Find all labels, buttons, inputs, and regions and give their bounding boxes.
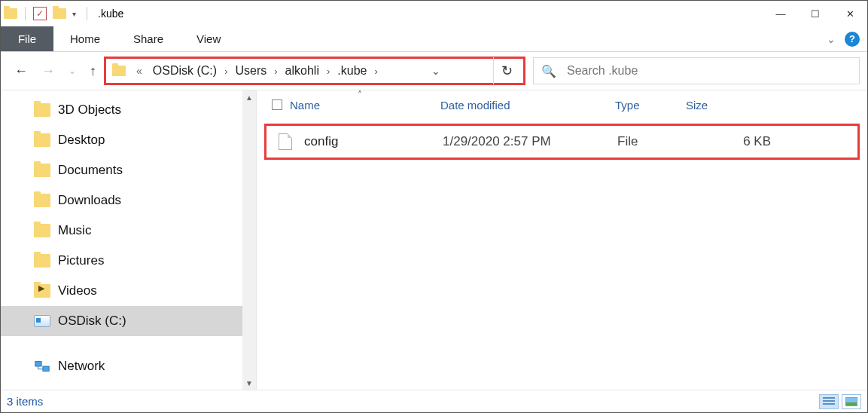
explorer-window: ✓ ▾ .kube — ☐ ✕ File Home Share View ⌄ ?…	[0, 0, 868, 413]
explorer-body: 3D Objects Desktop Documents Downloads M…	[1, 90, 867, 390]
select-all-checkbox[interactable]	[264, 99, 290, 110]
file-list-pane: ˄ Name Date modified Type Size config 1/…	[257, 90, 867, 390]
breadcrumb-segment[interactable]: Users	[232, 64, 270, 78]
search-box[interactable]: 🔍	[533, 57, 860, 84]
sidebar-item-label: Desktop	[58, 133, 105, 148]
help-icon[interactable]: ?	[845, 32, 860, 47]
ribbon-tabs: File Home Share View ⌄ ?	[1, 26, 867, 52]
folder-icon	[34, 133, 50, 147]
svg-rect-1	[43, 366, 49, 371]
up-button[interactable]: ↑	[90, 63, 96, 79]
sidebar-item-label: 3D Objects	[58, 102, 121, 118]
sidebar-item-network[interactable]: Network	[1, 351, 256, 381]
qat-dropdown-icon[interactable]: ▾	[69, 10, 79, 18]
sidebar-item-osdisk[interactable]: OSDisk (C:)	[1, 306, 256, 336]
sidebar-item-3d-objects[interactable]: 3D Objects	[1, 95, 256, 125]
separator	[87, 7, 87, 20]
close-button[interactable]: ✕	[833, 2, 867, 26]
ribbon-right: ⌄ ?	[827, 26, 867, 51]
status-bar: 3 items	[1, 390, 867, 412]
file-type: File	[617, 134, 688, 149]
sidebar-item-music[interactable]: Music	[1, 216, 256, 246]
file-type-icon	[266, 133, 304, 150]
recent-locations-icon[interactable]: ⌄	[69, 66, 76, 76]
folder-icon	[53, 8, 66, 19]
sidebar-item-label: Network	[58, 359, 105, 374]
folder-icon	[34, 224, 50, 237]
folder-icon	[34, 103, 50, 117]
column-date[interactable]: Date modified	[440, 99, 615, 112]
address-dropdown-icon[interactable]: ⌄	[425, 65, 446, 77]
column-label: Name	[290, 99, 320, 112]
file-name: config	[304, 134, 443, 149]
quick-access-toolbar: ✓ ▾	[4, 7, 92, 20]
network-icon	[34, 359, 50, 373]
sidebar-item-desktop[interactable]: Desktop	[1, 125, 256, 155]
file-date: 1/29/2020 2:57 PM	[443, 134, 617, 149]
sidebar-item-videos[interactable]: Videos	[1, 276, 256, 306]
disk-icon	[34, 315, 50, 327]
sidebar-scrollbar[interactable]: ▲ ▼	[242, 90, 256, 390]
file-size: 6 KB	[688, 134, 801, 149]
details-view-button[interactable]	[819, 394, 839, 409]
address-bar[interactable]: « OSDisk (C:) › Users › alkohli › .kube …	[104, 57, 525, 85]
chevron-right-icon[interactable]: ›	[273, 66, 279, 77]
separator	[25, 7, 26, 20]
folder-icon	[4, 8, 17, 19]
sidebar-item-label: Videos	[58, 283, 97, 298]
breadcrumb-segment[interactable]: OSDisk (C:)	[150, 64, 220, 78]
chevron-right-icon[interactable]: ›	[223, 66, 229, 77]
view-toggles	[819, 394, 861, 409]
item-count: 3 items	[7, 395, 43, 408]
ribbon-collapse-icon[interactable]: ⌄	[827, 33, 836, 45]
forward-button[interactable]: →	[41, 63, 55, 79]
breadcrumb-segment[interactable]: alkohli	[282, 64, 322, 78]
file-tab[interactable]: File	[1, 26, 53, 51]
navigation-row: ← → ⌄ ↑ « OSDisk (C:) › Users › alkohli …	[1, 52, 867, 90]
column-label: Type	[615, 99, 640, 112]
column-label: Size	[686, 99, 708, 112]
separator	[1, 336, 256, 351]
minimize-button[interactable]: —	[763, 2, 798, 26]
back-button[interactable]: ←	[14, 63, 28, 79]
refresh-button[interactable]: ↻	[493, 57, 520, 84]
sidebar-item-pictures[interactable]: Pictures	[1, 246, 256, 276]
folder-icon	[34, 254, 50, 268]
videos-icon	[34, 284, 50, 298]
column-label: Date modified	[440, 99, 510, 112]
history-buttons: ← → ⌄ ↑	[8, 63, 96, 79]
title-bar: ✓ ▾ .kube — ☐ ✕	[1, 1, 867, 26]
sidebar-item-label: OSDisk (C:)	[58, 314, 126, 329]
sort-indicator-icon: ˄	[358, 90, 362, 100]
scroll-up-icon[interactable]: ▲	[242, 90, 256, 104]
tab-share[interactable]: Share	[117, 26, 180, 51]
chevron-right-icon[interactable]: ›	[325, 66, 331, 77]
overflow-indicator: «	[132, 65, 147, 77]
search-icon: 🔍	[541, 64, 556, 78]
tab-home[interactable]: Home	[53, 26, 117, 51]
sidebar-item-label: Documents	[58, 163, 123, 178]
search-input[interactable]	[565, 63, 851, 78]
column-headers: ˄ Name Date modified Type Size	[264, 93, 860, 116]
window-controls: — ☐ ✕	[763, 2, 867, 26]
thumbnails-view-button[interactable]	[842, 394, 861, 409]
properties-icon[interactable]: ✓	[33, 7, 47, 20]
column-type[interactable]: Type	[615, 99, 686, 112]
tab-view[interactable]: View	[180, 26, 237, 51]
breadcrumb-segment[interactable]: .kube	[334, 64, 370, 78]
window-title: .kube	[98, 8, 123, 20]
scroll-down-icon[interactable]: ▼	[242, 376, 256, 390]
column-size[interactable]: Size	[686, 99, 791, 112]
sidebar-item-label: Music	[58, 223, 91, 238]
scroll-track[interactable]	[242, 104, 256, 376]
chevron-right-icon[interactable]: ›	[373, 66, 379, 77]
sidebar-item-downloads[interactable]: Downloads	[1, 185, 256, 216]
folder-icon	[34, 164, 50, 177]
folder-icon	[112, 66, 126, 76]
navigation-pane: 3D Objects Desktop Documents Downloads M…	[1, 90, 257, 390]
column-name[interactable]: ˄ Name	[290, 99, 440, 112]
maximize-button[interactable]: ☐	[798, 2, 833, 26]
svg-rect-0	[35, 362, 41, 366]
sidebar-item-documents[interactable]: Documents	[1, 155, 256, 185]
file-row[interactable]: config 1/29/2020 2:57 PM File 6 KB	[264, 124, 860, 160]
